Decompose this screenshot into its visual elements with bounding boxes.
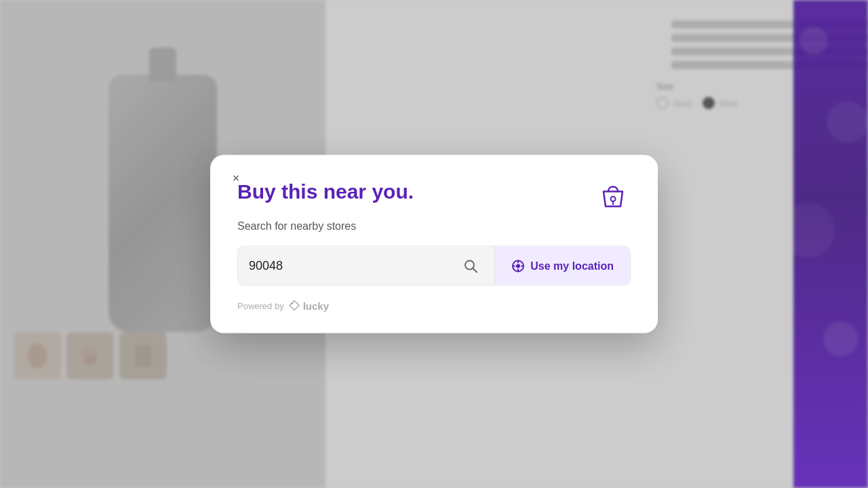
modal-header: Buy this near you. bbox=[237, 180, 631, 215]
svg-point-13 bbox=[291, 302, 293, 304]
zip-code-input[interactable] bbox=[249, 247, 458, 285]
search-input-wrap bbox=[238, 247, 495, 285]
powered-by-section: Powered by lucky bbox=[237, 300, 631, 312]
use-location-button[interactable]: Use my location bbox=[495, 247, 630, 285]
store-locator-modal: × Buy this near you. Search for nearby s… bbox=[210, 155, 658, 333]
store-icon bbox=[595, 180, 631, 215]
svg-point-8 bbox=[516, 264, 520, 268]
search-icon bbox=[463, 258, 478, 273]
search-row: Use my location bbox=[237, 246, 631, 286]
modal-subtitle: Search for nearby stores bbox=[237, 220, 631, 232]
use-location-label: Use my location bbox=[530, 260, 614, 272]
search-button[interactable] bbox=[458, 258, 484, 273]
close-button[interactable]: × bbox=[226, 169, 245, 188]
lucky-brand-name: lucky bbox=[303, 300, 329, 311]
lucky-icon bbox=[288, 300, 300, 312]
svg-line-6 bbox=[473, 268, 477, 272]
svg-point-4 bbox=[611, 197, 616, 201]
modal-title: Buy this near you. bbox=[237, 180, 414, 204]
location-icon bbox=[511, 259, 525, 272]
lucky-logo: lucky bbox=[288, 300, 329, 312]
powered-by-text: Powered by bbox=[237, 300, 284, 310]
